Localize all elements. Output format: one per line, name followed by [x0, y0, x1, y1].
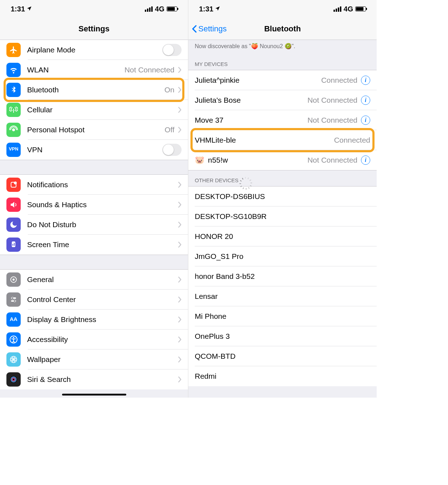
settings-row-control-center[interactable]: Control Center [0, 290, 188, 310]
home-indicator[interactable] [62, 394, 126, 395]
location-icon [215, 5, 220, 13]
svg-rect-5 [12, 244, 13, 246]
general-icon [6, 272, 21, 287]
wallpaper-icon [6, 352, 21, 367]
settings-row-sounds-haptics[interactable]: Sounds & Haptics [0, 195, 188, 215]
settings-row-accessibility[interactable]: Accessibility [0, 330, 188, 349]
device-name: Move 37 [195, 116, 307, 124]
settings-row-wallpaper[interactable]: Wallpaper [0, 349, 188, 369]
device-status: Connected [321, 76, 357, 85]
other-device-row[interactable]: JmGO_S1 Pro [188, 246, 377, 266]
row-label: Control Center [27, 295, 174, 304]
svg-point-11 [11, 297, 14, 299]
svg-point-17 [13, 359, 14, 360]
info-icon[interactable]: i [361, 76, 370, 85]
other-device-row[interactable]: QCOM-BTD [188, 346, 377, 366]
device-name: n55!w [208, 156, 307, 164]
back-label: Settings [198, 24, 227, 34]
nav-bar: Settings [0, 18, 188, 40]
notifications-icon [6, 178, 21, 192]
info-icon[interactable]: i [361, 155, 370, 165]
status-network: 4G [343, 5, 353, 13]
row-label: VPN [27, 146, 162, 154]
device-row[interactable]: Julieta's BoseNot Connectedi [188, 90, 377, 110]
page-title: Bluetooth [264, 24, 301, 34]
device-row[interactable]: VHMLite-bleConnected [188, 130, 377, 150]
settings-row-siri-search[interactable]: Siri & Search [0, 369, 188, 389]
info-icon[interactable]: i [361, 96, 370, 105]
settings-screen: 1:31 4G Settings Airplane ModeWLANNot Co… [0, 0, 188, 398]
settings-row-general[interactable]: General [0, 270, 188, 290]
row-label: Bluetooth [27, 86, 164, 94]
row-label: Siri & Search [27, 375, 174, 384]
status-time: 1:31 [11, 5, 25, 13]
settings-row-vpn[interactable]: VPNVPN [0, 140, 188, 160]
status-bar: 1:31 4G [0, 0, 188, 18]
settings-row-bluetooth[interactable]: BluetoothOn [0, 80, 188, 100]
row-label: Do Not Disturb [27, 220, 174, 229]
device-status: Connected [334, 136, 370, 144]
device-name: DESKTOP-SG10B9R [195, 212, 370, 221]
bluetooth-screen: 1:31 4G Settings Bluetooth Now discovera… [188, 0, 377, 398]
info-icon[interactable]: i [361, 116, 370, 125]
device-name: DESKTOP-DS6BIUS [195, 192, 370, 201]
row-label: Sounds & Haptics [27, 200, 174, 209]
row-label: General [27, 275, 174, 284]
settings-row-display-brightness[interactable]: AADisplay & Brightness [0, 310, 188, 330]
row-value: Not Connected [124, 66, 174, 74]
screentime-icon [6, 238, 21, 252]
signal-icon [145, 6, 153, 12]
device-status: Not Connected [307, 96, 357, 104]
other-device-row[interactable]: OnePlus 3 [188, 326, 377, 346]
svg-point-0 [12, 129, 15, 131]
device-name: honor Band 3-b52 [195, 272, 370, 281]
settings-row-screen-time[interactable]: Screen Time [0, 235, 188, 255]
device-name: Redmi [195, 372, 370, 381]
device-name: Julieta's Bose [195, 96, 307, 104]
settings-row-airplane-mode[interactable]: Airplane Mode [0, 40, 188, 60]
other-device-row[interactable]: Mi Phone [188, 306, 377, 326]
svg-rect-4 [12, 241, 15, 247]
other-device-row[interactable]: honor Band 3-b52 [188, 266, 377, 286]
hotspot-icon [6, 123, 21, 137]
toggle-airplane[interactable] [162, 44, 182, 56]
other-device-row[interactable]: Lensar [188, 286, 377, 306]
status-network: 4G [155, 5, 164, 13]
settings-row-do-not-disturb[interactable]: Do Not Disturb [0, 215, 188, 235]
other-device-row[interactable]: Redmi [188, 366, 377, 386]
settings-row-personal-hotspot[interactable]: Personal HotspotOff [0, 120, 188, 140]
device-name: QCOM-BTD [195, 352, 370, 361]
page-title: Settings [78, 24, 110, 34]
row-label: Accessibility [27, 335, 174, 344]
other-device-row[interactable]: DESKTOP-DS6BIUS [188, 187, 377, 206]
device-row[interactable]: Julieta^pinkieConnectedi [188, 70, 377, 90]
toggle-vpn[interactable] [162, 144, 182, 156]
battery-icon [167, 6, 177, 11]
airplane-icon [6, 43, 21, 57]
svg-point-8 [12, 279, 15, 281]
wifi-icon [6, 63, 21, 77]
other-device-row[interactable]: DESKTOP-SG10B9R [188, 206, 377, 226]
control-icon [6, 292, 21, 307]
device-name: Mi Phone [195, 312, 370, 321]
siri-icon [6, 372, 21, 387]
accessibility-icon [6, 332, 21, 347]
svg-point-15 [13, 337, 14, 338]
device-row[interactable]: 🐷n55!wNot Connectedi [188, 150, 377, 170]
device-name: JmGO_S1 Pro [195, 252, 370, 261]
other-device-row[interactable]: HONOR 20 [188, 226, 377, 246]
back-button[interactable]: Settings [192, 24, 227, 34]
device-name: OnePlus 3 [195, 332, 370, 341]
row-label: WLAN [27, 66, 124, 74]
row-label: Personal Hotspot [27, 126, 164, 134]
settings-row-cellular[interactable]: Cellular [0, 100, 188, 120]
device-row[interactable]: Move 37Not Connectedi [188, 110, 377, 130]
spinner-icon [242, 177, 249, 183]
discoverable-text: Now discoverable as "🍑 Nounou2 🥝". [188, 40, 377, 55]
settings-row-wlan[interactable]: WLANNot Connected [0, 60, 188, 80]
row-label: Cellular [27, 106, 174, 114]
settings-row-notifications[interactable]: Notifications [0, 175, 188, 195]
row-label: Notifications [27, 180, 174, 189]
battery-icon [355, 6, 366, 11]
location-icon [26, 5, 32, 13]
